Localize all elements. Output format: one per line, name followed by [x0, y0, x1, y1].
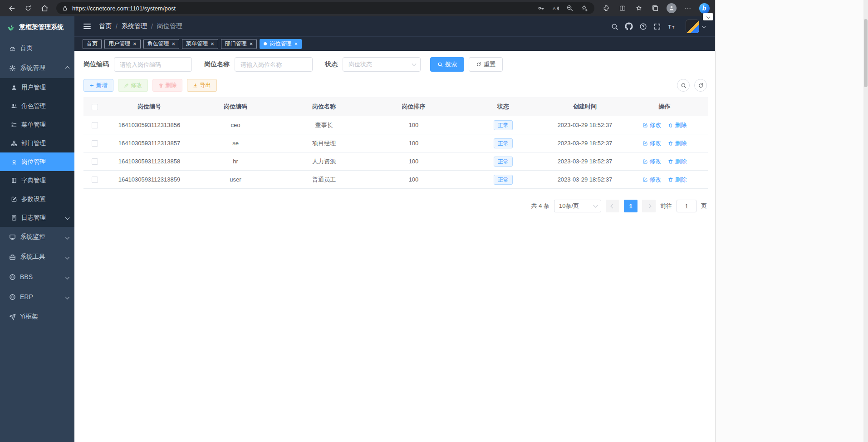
dashboard-icon	[9, 45, 16, 52]
select-all-checkbox[interactable]	[92, 104, 98, 110]
close-icon[interactable]: ×	[294, 41, 298, 47]
sidebar-item-yi-framework[interactable]: Yi框架	[0, 307, 74, 327]
browser-refresh-button[interactable]	[20, 1, 36, 15]
row-checkbox[interactable]	[92, 140, 98, 147]
chevron-right-icon	[647, 204, 651, 208]
row-checkbox[interactable]	[92, 177, 98, 183]
row-edit-link[interactable]: 修改	[642, 121, 662, 129]
goto-page-input[interactable]	[677, 200, 696, 212]
zoom-out-icon[interactable]	[563, 3, 577, 14]
help-icon[interactable]	[639, 23, 647, 30]
breadcrumb-home[interactable]: 首页	[99, 22, 112, 30]
sidebar-item-tools[interactable]: 系统工具	[0, 247, 74, 267]
post-code-input[interactable]	[114, 57, 192, 72]
sidebar-item-post-mgmt[interactable]: 岗位管理	[0, 152, 74, 171]
site-lock-icon[interactable]	[62, 5, 68, 11]
add-favorite-star-icon[interactable]	[577, 3, 592, 14]
extensions-icon[interactable]	[598, 1, 614, 15]
fullscreen-icon[interactable]	[653, 23, 661, 30]
toggle-search-button[interactable]	[677, 79, 690, 92]
prev-page-button[interactable]	[606, 200, 619, 212]
sidebar-item-user-mgmt[interactable]: 用户管理	[0, 78, 74, 97]
read-aloud-icon[interactable]: A	[548, 3, 563, 14]
tab-menu-mgmt[interactable]: 菜单管理 ×	[182, 39, 218, 49]
status-badge: 正常	[494, 138, 513, 148]
row-edit-link[interactable]: 修改	[642, 157, 662, 166]
url-text[interactable]: https://ccnetcore.com:1101/system/post	[72, 5, 534, 12]
col-status: 状态	[458, 103, 549, 111]
status-select-placeholder: 岗位状态	[348, 60, 372, 69]
browser-home-button[interactable]	[36, 1, 53, 15]
tab-role-mgmt[interactable]: 角色管理 ×	[143, 39, 180, 49]
cell-post-sort: 100	[369, 158, 458, 165]
scrollbar-thumb[interactable]	[864, 19, 868, 87]
sidebar-item-monitor[interactable]: 系统监控	[0, 227, 74, 247]
sidebar-item-log-mgmt[interactable]: 日志管理	[0, 208, 74, 227]
trash-icon	[668, 123, 673, 128]
tab-post-mgmt-active[interactable]: 岗位管理 ×	[260, 39, 302, 49]
export-button[interactable]: 导出	[187, 79, 217, 92]
close-icon[interactable]: ×	[250, 41, 253, 47]
address-bar[interactable]: https://ccnetcore.com:1101/system/post A	[56, 2, 594, 14]
row-delete-link[interactable]: 删除	[668, 176, 687, 184]
search-icon	[681, 83, 687, 88]
post-name-label: 岗位名称	[204, 60, 230, 69]
page-number-1[interactable]: 1	[624, 200, 638, 212]
sidebar-collapse-icon[interactable]	[83, 22, 92, 31]
search-button[interactable]: 搜索	[430, 57, 464, 72]
tab-dept-mgmt[interactable]: 部门管理 ×	[221, 39, 257, 49]
github-icon[interactable]	[625, 22, 633, 30]
next-page-button[interactable]	[642, 200, 656, 212]
cell-post-sort: 100	[369, 122, 458, 128]
sidebar-flyout-caret[interactable]	[703, 13, 713, 20]
user-menu[interactable]	[686, 20, 705, 33]
sidebar-item-erp[interactable]: ERP	[0, 287, 74, 307]
row-delete-link[interactable]: 删除	[668, 157, 687, 166]
delete-button[interactable]: 删除	[152, 79, 182, 92]
favorites-icon[interactable]	[631, 1, 647, 15]
sidebar-item-role-mgmt[interactable]: 角色管理	[0, 97, 74, 115]
breadcrumb-system[interactable]: 系统管理	[122, 22, 147, 30]
edit-button[interactable]: 修改	[118, 79, 148, 92]
tab-user-mgmt[interactable]: 用户管理 ×	[104, 39, 141, 49]
sidebar-item-menu-mgmt[interactable]: 菜单管理	[0, 115, 74, 134]
chevron-down-icon	[702, 25, 706, 28]
browser-menu-ellipsis[interactable]	[680, 1, 696, 15]
sidebar-item-label: 部门管理	[21, 139, 69, 147]
sidebar-item-param-settings[interactable]: 参数设置	[0, 190, 74, 208]
row-edit-link[interactable]: 修改	[642, 176, 662, 184]
header-search-icon[interactable]	[611, 23, 618, 30]
close-icon[interactable]: ×	[211, 41, 214, 47]
split-screen-icon[interactable]	[614, 1, 631, 15]
password-key-icon[interactable]	[534, 3, 548, 14]
cell-post-name: 人力资源	[279, 157, 369, 166]
row-checkbox[interactable]	[92, 158, 98, 165]
row-delete-link[interactable]: 删除	[668, 121, 687, 129]
edit-icon	[642, 141, 648, 146]
sidebar-item-bbs[interactable]: BBS	[0, 267, 74, 287]
status-select[interactable]: 岗位状态	[343, 57, 421, 72]
refresh-table-button[interactable]	[694, 79, 707, 92]
breadcrumb: 首页 / 系统管理 / 岗位管理	[99, 22, 182, 30]
page-size-select[interactable]: 10条/页	[554, 200, 601, 212]
add-button[interactable]: 新增	[83, 79, 113, 92]
row-edit-link[interactable]: 修改	[642, 139, 662, 147]
book-icon	[11, 177, 17, 184]
reset-button[interactable]: 重置	[469, 57, 503, 72]
post-name-input[interactable]	[235, 57, 313, 72]
close-icon[interactable]: ×	[133, 41, 137, 47]
sidebar-item-system[interactable]: 系统管理	[0, 58, 74, 78]
browser-profile-button[interactable]	[663, 1, 680, 15]
collections-icon[interactable]	[647, 1, 663, 15]
sidebar-item-dept-mgmt[interactable]: 部门管理	[0, 134, 74, 152]
font-size-icon[interactable]: TT	[667, 23, 677, 30]
browser-back-button[interactable]	[4, 1, 20, 15]
sidebar-item-home[interactable]: 首页	[0, 38, 74, 58]
row-delete-link[interactable]: 删除	[668, 139, 687, 147]
row-checkbox[interactable]	[92, 122, 98, 128]
table-toolbar-right	[677, 79, 708, 92]
tab-home[interactable]: 首页	[83, 39, 102, 49]
sidebar-item-dict-mgmt[interactable]: 字典管理	[0, 171, 74, 190]
close-icon[interactable]: ×	[172, 41, 176, 47]
scrollbar-track[interactable]	[863, 0, 868, 442]
